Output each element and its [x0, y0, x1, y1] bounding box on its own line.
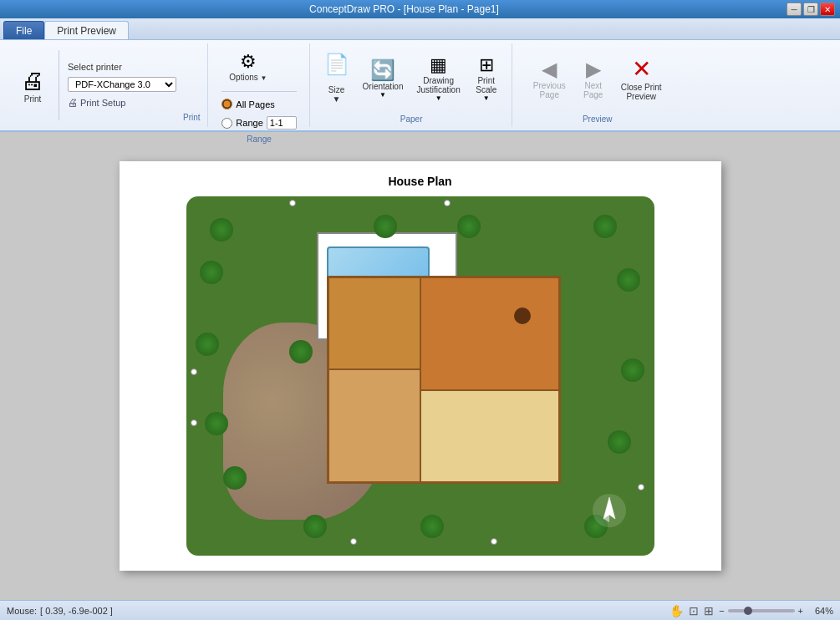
mouse-coords: [ 0.39, -6.9e-002 ] [40, 606, 113, 616]
tree-8 [593, 215, 617, 238]
compass [593, 494, 626, 527]
marker-top1 [289, 200, 296, 206]
select-printer-label: Select printer [68, 62, 122, 72]
tree-15 [289, 340, 313, 363]
title-bar: ConceptDraw PRO - [House Plan - Page1] ─… [0, 0, 840, 18]
marker-left [191, 368, 197, 375]
ribbon-group-print: 🖨 Print Select printer PDF-XChange 3.0 🖨… [7, 43, 208, 127]
print-setup-link[interactable]: 🖨 Print Setup [68, 97, 176, 109]
tab-print-preview[interactable]: Print Preview [44, 21, 129, 39]
printer-select[interactable]: PDF-XChange 3.0 [68, 77, 176, 92]
close-print-preview-icon: ✕ [632, 58, 651, 81]
status-bar: Mouse: [ 0.39, -6.9e-002 ] ✋ ⊡ ⊞ − + 64% [0, 600, 840, 620]
hand-tool-icon[interactable]: ✋ [669, 604, 684, 617]
next-page-button[interactable]: ▶ Next Page [575, 55, 612, 104]
options-button[interactable]: ⚙ Options ▼ [221, 47, 274, 86]
size-button[interactable]: 📄 Size ▼ [318, 50, 355, 108]
print-button[interactable]: 🖨 Print [13, 63, 52, 108]
page-preview: House Plan [120, 161, 721, 571]
drawing-justification-button[interactable]: ▦ Drawing Justification ▼ [410, 52, 466, 106]
page-title: House Plan [388, 175, 451, 188]
tree-13 [420, 515, 444, 538]
ribbon-group-preview: ◀ Previous Page ▶ Next Page ✕ Close Prin… [514, 43, 681, 127]
restore-button[interactable]: ❐ [803, 3, 818, 16]
tree-6 [374, 215, 397, 238]
size-icon: 📄 [324, 54, 349, 74]
zoom-page-icon[interactable]: ⊞ [704, 604, 714, 617]
zoom-level: 64% [807, 606, 833, 616]
zoom-out-icon[interactable]: − [719, 606, 724, 616]
range-input[interactable]: 1-1 [267, 116, 297, 130]
tree-9 [617, 268, 640, 292]
zoom-bar: − + 64% [719, 606, 833, 616]
tree-7 [457, 215, 481, 238]
minimize-button[interactable]: ─ [787, 3, 802, 16]
scale-icon: ⊞ [479, 56, 494, 74]
print-scale-button[interactable]: ⊞ Print Scale ▼ [468, 52, 505, 106]
status-right: ✋ ⊡ ⊞ − + 64% [669, 604, 833, 617]
range-radio-row: Range 1-1 [221, 116, 296, 130]
next-page-icon: ▶ [586, 59, 601, 79]
tree-3 [196, 333, 219, 356]
zoom-in-icon[interactable]: + [798, 606, 803, 616]
print-setup-icon: 🖨 [68, 97, 78, 109]
printer-selector-row: Select printer [68, 62, 176, 72]
marker-left2 [191, 419, 197, 426]
mouse-label: Mouse: [7, 606, 37, 616]
marker-bottom2 [491, 538, 497, 545]
all-pages-radio-row: All Pages [221, 99, 274, 109]
printer-icon: 🖨 [21, 67, 44, 94]
ribbon-tabs: File Print Preview [0, 18, 840, 40]
all-pages-radio[interactable] [221, 99, 232, 109]
close-button[interactable]: ✕ [820, 3, 835, 16]
title-bar-controls: ─ ❐ ✕ [787, 3, 835, 16]
close-print-preview-button[interactable]: ✕ Close Print Preview [615, 53, 668, 105]
orientation-button[interactable]: 🔄 Orientation ▼ [357, 56, 410, 103]
house-body [327, 276, 561, 484]
tree-2 [200, 261, 223, 284]
tree-4 [205, 412, 228, 435]
house-plan-image [186, 196, 654, 556]
tree-5 [223, 466, 247, 490]
marker-right [638, 484, 644, 490]
ribbon-group-range: ⚙ Options ▼ All Pages Range 1-1 Range [210, 43, 310, 127]
zoom-slider[interactable] [728, 609, 795, 612]
tab-file[interactable]: File [3, 21, 44, 39]
orientation-icon: 🔄 [370, 60, 395, 80]
range-radio[interactable] [221, 118, 232, 129]
previous-page-button[interactable]: ◀ Previous Page [527, 55, 572, 104]
tree-11 [608, 430, 631, 454]
zoom-fit-icon[interactable]: ⊡ [689, 604, 699, 617]
status-left: Mouse: [ 0.39, -6.9e-002 ] [7, 606, 113, 616]
marker-top2 [444, 200, 451, 206]
tree-14 [303, 515, 327, 538]
options-icon: ⚙ [240, 51, 257, 73]
ribbon-group-paper: 📄 Size ▼ 🔄 Orientation ▼ ▦ Drawing Justi… [312, 43, 512, 127]
tree-1 [210, 218, 233, 241]
ribbon: 🖨 Print Select printer PDF-XChange 3.0 🖨… [0, 40, 840, 132]
tree-10 [621, 358, 644, 382]
title-bar-title: ConceptDraw PRO - [House Plan - Page1] [22, 3, 787, 15]
previous-page-icon: ◀ [542, 59, 557, 79]
justification-icon: ▦ [430, 56, 447, 74]
marker-bottom1 [350, 538, 357, 545]
main-content: House Plan [0, 132, 840, 600]
